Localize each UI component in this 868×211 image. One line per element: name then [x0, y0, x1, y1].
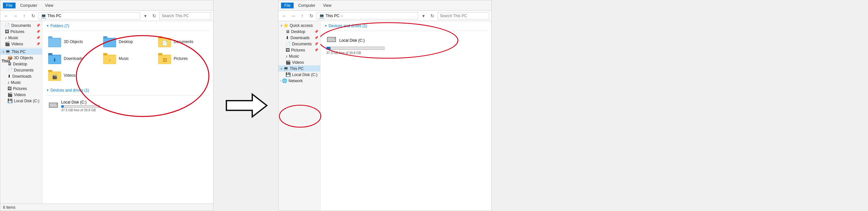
left-search-input[interactable] — [159, 12, 211, 20]
left-file-tab[interactable]: File — [3, 3, 16, 8]
svg-rect-23 — [48, 70, 52, 72]
svg-point-31 — [279, 105, 320, 127]
sidebar-item-music[interactable]: ♪ Music — [0, 79, 42, 85]
pin-icon-downloads: 📌 — [314, 36, 318, 39]
right-sidebar-thispc[interactable]: ∨ 💻 This PC — [278, 65, 320, 71]
folder-item-videos[interactable]: 🎬 Videos — [46, 68, 99, 83]
drive-bar-c — [61, 106, 64, 108]
right-music-icon: ♪ — [285, 54, 288, 59]
sidebar-item-thispc[interactable]: ∨ 💻 This PC — [0, 49, 42, 55]
right-sidebar-music[interactable]: ♪ Music — [278, 53, 320, 59]
sidebar-item-localdisk[interactable]: 💾 Local Disk (C:) — [0, 98, 42, 104]
sidebar-item-music-pin[interactable]: ♪ Music 📌 — [0, 35, 42, 41]
left-refresh-button[interactable]: ↻ — [29, 12, 37, 20]
left-dropdown-button[interactable]: ▾ — [141, 12, 149, 20]
folder-item-pictures[interactable]: 🖼 Pictures — [156, 51, 209, 66]
folder-icon-documents: 📄 — [158, 36, 171, 47]
folder-item-downloads[interactable]: ⬇ Downloads — [46, 51, 99, 66]
sidebar-item-documents[interactable]: 📄 Documents — [0, 67, 42, 73]
right-sidebar-desktop[interactable]: 🖥 Desktop 📌 — [278, 28, 320, 35]
right-back-button[interactable]: ← — [280, 12, 288, 20]
folder-item-documents[interactable]: 📄 Documents — [156, 34, 209, 49]
left-up-button[interactable]: ↑ — [20, 12, 28, 20]
folder-name-music: Music — [119, 56, 129, 61]
left-back-button[interactable]: ← — [2, 12, 10, 20]
drive-item-c[interactable]: Local Disk (C:) 37.5 GB free of 39.8 GB — [46, 99, 209, 113]
sidebar-item-pictures-pin[interactable]: 🖼 Pictures 📌 — [0, 28, 42, 35]
pin-icon: 📌 — [36, 36, 40, 39]
right-sidebar: ∨ ⭐ Quick access 🖥 Desktop 📌 ⬇ Downloads… — [278, 21, 320, 211]
right-drive-item-c[interactable]: Local Disk (C:) 37.3 GB free of 39.8 GB — [324, 34, 487, 56]
left-refresh2-button[interactable]: ↻ — [150, 12, 158, 20]
folder-name-3dobjects: 3D Objects — [64, 39, 83, 44]
document-icon: 📄 — [5, 23, 10, 28]
right-network-icon: 🌐 — [282, 78, 287, 83]
right-address-bar: ← → ↑ ↻ 💻 This PC > ▾ ↻ — [278, 11, 491, 21]
sidebar-item-pictures[interactable]: 🖼 Pictures — [0, 85, 42, 92]
arrow-container — [213, 0, 278, 211]
left-view-tab[interactable]: View — [42, 3, 57, 8]
pin-icon: 📌 — [36, 30, 40, 33]
right-forward-button[interactable]: → — [289, 12, 297, 20]
right-search-input[interactable] — [438, 12, 489, 20]
right-sidebar-documents[interactable]: 📄 Documents 📌 — [278, 41, 320, 47]
left-address-path[interactable]: 💻 This PC — [38, 12, 140, 20]
right-file-tab[interactable]: File — [281, 3, 293, 8]
right-pictures-icon: 🖼 — [285, 48, 290, 53]
folder-item-desktop[interactable]: Desktop — [101, 34, 154, 49]
right-sidebar-localdisk[interactable]: 💾 Local Disk (C:) — [278, 71, 320, 78]
expand-arrow: ∨ — [2, 50, 4, 53]
svg-text:🎬: 🎬 — [52, 74, 58, 80]
right-sidebar-network[interactable]: › 🌐 Network — [278, 78, 320, 84]
right-dropdown-button[interactable]: ▾ — [420, 12, 427, 20]
right-videos-icon: 🎬 — [285, 60, 291, 65]
right-view-tab[interactable]: View — [320, 3, 335, 8]
right-refresh2-button[interactable]: ↻ — [429, 12, 436, 20]
expand-arrow-net: › — [280, 79, 281, 83]
svg-rect-7 — [158, 36, 162, 38]
svg-rect-4 — [103, 36, 107, 38]
right-drive-bar-c — [327, 47, 331, 50]
right-drive-icon-c — [326, 36, 337, 45]
pin-icon-pictures: 📌 — [314, 48, 318, 52]
folder-item-music[interactable]: ♪ Music — [101, 51, 154, 66]
folder-icon-3dobjects — [48, 36, 61, 47]
right-drive-bar-container-c — [326, 47, 384, 50]
folder-name-pictures: Pictures — [174, 56, 188, 61]
pin-icon-documents: 📌 — [314, 42, 318, 46]
expand-arrow-pc: ∨ — [280, 67, 283, 70]
sidebar-item-downloads[interactable]: ⬇ Downloads — [0, 73, 42, 79]
right-address-path[interactable]: 💻 This PC > — [317, 12, 418, 20]
svg-rect-27 — [50, 103, 57, 107]
right-main-area: ∨ ⭐ Quick access 🖥 Desktop 📌 ⬇ Downloads… — [278, 21, 491, 211]
right-computer-tab[interactable]: Computer — [295, 3, 318, 8]
svg-text:🖼: 🖼 — [163, 58, 167, 62]
folder-item-3dobjects[interactable]: 3D Objects — [46, 34, 99, 49]
sidebar-item-videos-pin[interactable]: 🎬 Videos 📌 — [0, 41, 42, 47]
3dobjects-icon: 📦 — [7, 55, 12, 60]
folder-icon-desktop — [103, 36, 116, 47]
right-up-button[interactable]: ↑ — [299, 12, 306, 20]
sidebar-item-desktop[interactable]: 🖥 Desktop — [0, 61, 42, 67]
desktop-icon: 🖥 — [7, 61, 12, 66]
right-refresh-button[interactable]: ↻ — [308, 12, 315, 20]
left-folders-grid: 3D Objects Desktop 📄 Documents — [46, 34, 209, 83]
left-forward-button[interactable]: → — [11, 12, 19, 20]
folder-name-desktop: Desktop — [119, 39, 133, 44]
right-sidebar-downloads[interactable]: ⬇ Downloads 📌 — [278, 35, 320, 41]
left-explorer-window: File Computer View ← → ↑ ↻ 💻 This PC ▾ ↻… — [0, 0, 213, 211]
svg-rect-15 — [103, 53, 107, 55]
sidebar-item-3dobjects[interactable]: 📦 3D Objects — [0, 55, 42, 61]
folder-icon-pictures: 🖼 — [158, 53, 171, 64]
svg-rect-2 — [49, 38, 61, 47]
downloads-icon: ⬇ — [7, 74, 11, 79]
right-sidebar-quickaccess[interactable]: ∨ ⭐ Quick access — [278, 22, 320, 28]
right-sidebar-pictures[interactable]: 🖼 Pictures 📌 — [278, 47, 320, 53]
left-drives-section-header: Devices and drives (1) — [46, 88, 209, 93]
sidebar-item-videos[interactable]: 🎬 Videos — [0, 92, 42, 98]
sidebar-item-documents-pin[interactable]: 📄 Documents 📌 — [0, 22, 42, 28]
right-sidebar-videos[interactable]: 🎬 Videos — [278, 59, 320, 65]
left-drives-grid: Local Disk (C:) 37.5 GB free of 39.8 GB — [46, 99, 209, 113]
svg-text:♪: ♪ — [108, 57, 111, 62]
left-computer-tab[interactable]: Computer — [17, 3, 40, 8]
